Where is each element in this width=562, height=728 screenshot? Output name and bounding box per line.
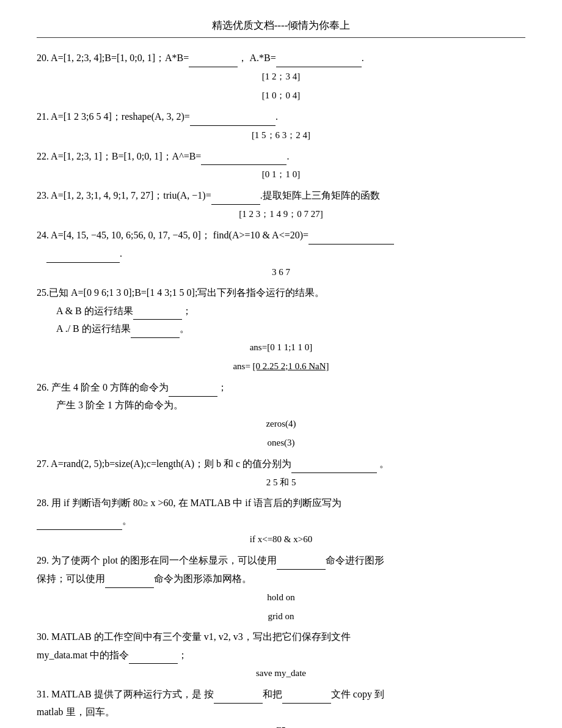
q24-blank2 <box>46 245 120 263</box>
q22-answer1: [0 1；1 0] <box>37 166 525 183</box>
question-20: 20. A=[1, 2;3, 4];B=[1, 0;0, 1]；A*B= ， A… <box>37 49 525 104</box>
page-header: 精选优质文档----倾情为你奉上 <box>37 18 525 38</box>
q28-blank1 <box>37 512 122 530</box>
question-24: 24. A=[4, 15, −45, 10, 6;56, 0, 17, −45,… <box>37 226 525 281</box>
q29-answer1: hold on <box>37 589 525 606</box>
q21-blank1 <box>190 108 276 126</box>
question-28: 28. 用 if 判断语句判断 80≥ x >60, 在 MATLAB 中 if… <box>37 495 525 548</box>
q26-answer1: zeros(4) <box>37 416 525 432</box>
header-title: 精选优质文档----倾情为你奉上 <box>212 20 351 31</box>
q25-blank1 <box>133 302 182 320</box>
q23-text: 23. A=[1, 2, 3;1, 4, 9;1, 7, 27]；triu(A,… <box>37 186 525 205</box>
q26-answer2: ones(3) <box>37 435 525 451</box>
q21-text: 21. A=[1 2 3;6 5 4]；reshape(A, 3, 2)= . <box>37 108 525 126</box>
q29-blank2 <box>105 570 154 588</box>
q29-answer2: grid on <box>37 608 525 625</box>
question-25: 25.已知 A=[0 9 6;1 3 0];B=[1 4 3;1 5 0];写出… <box>37 284 525 375</box>
q31-text: 31. MATLAB 提供了两种运行方式，是 按 和把 文件 copy 到 <box>37 685 525 704</box>
q26-sub: 产生 3 阶全 1 方阵的命令为。 <box>37 397 525 414</box>
q27-answer1: 2 5 和 5 <box>37 474 525 491</box>
q22-text: 22. A=[1, 2;3, 1]；B=[1, 0;0, 1]；A^=B= . <box>37 147 525 166</box>
q24-blank1 <box>308 226 394 245</box>
q28-text: 28. 用 if 判断语句判断 80≥ x >60, 在 MATLAB 中 if… <box>37 495 525 512</box>
q31-blank2 <box>282 685 331 704</box>
q25-sub2: A ./ B 的运行结果 。 <box>37 320 525 338</box>
q21-answer1: [1 5；6 3；2 4] <box>37 127 525 144</box>
q20-answer1: [1 2；3 4] <box>37 68 525 85</box>
question-30: 30. MATLAB 的工作空间中有三个变量 v1, v2, v3，写出把它们保… <box>37 628 525 682</box>
q22-blank1 <box>201 147 286 166</box>
q27-blank1 <box>291 455 377 473</box>
q25-sub1: A & B 的运行结果 ； <box>37 302 525 320</box>
question-21: 21. A=[1 2 3;6 5 4]；reshape(A, 3, 2)= . … <box>37 108 525 144</box>
main-content: 20. A=[1, 2;3, 4];B=[1, 0;0, 1]；A*B= ， A… <box>37 49 525 728</box>
q30-text: 30. MATLAB 的工作空间中有三个变量 v1, v2, v3，写出把它们保… <box>37 628 525 646</box>
q24-answer1: 3 6 7 <box>37 264 525 281</box>
q20-answer2: [1 0；0 4] <box>37 87 525 104</box>
q27-text: 27. A=rand(2, 5);b=size(A);c=length(A)；则… <box>37 455 525 473</box>
q29-blank1 <box>277 551 326 570</box>
q30-text2: my_data.mat 中的指令 ； <box>37 646 525 664</box>
q31-text2: matlab 里，回车。 <box>37 704 525 721</box>
q24-text: 24. A=[4, 15, −45, 10, 6;56, 0, 17, −45,… <box>37 226 525 245</box>
q30-answer1: save my_date <box>37 665 525 682</box>
q20-text: 20. A=[1, 2;3, 4];B=[1, 0;0, 1]；A*B= ， A… <box>37 49 525 67</box>
question-31: 31. MATLAB 提供了两种运行方式，是 按 和把 文件 copy 到 ma… <box>37 685 525 728</box>
q24-text2: . <box>37 245 525 263</box>
q20-blank2 <box>276 49 362 67</box>
q31-blank1 <box>214 685 263 704</box>
q23-blank1 <box>211 186 260 205</box>
q25-answer2: ans= [0 2.25 2;1 0.6 NaN] <box>37 358 525 375</box>
question-27: 27. A=rand(2, 5);b=size(A);c=length(A)；则… <box>37 455 525 491</box>
question-29: 29. 为了使两个 plot 的图形在同一个坐标显示，可以使用 命令进行图形 保… <box>37 551 525 625</box>
q28-answer1: if x<=80 & x>60 <box>37 531 525 548</box>
q25-blank2 <box>131 320 180 338</box>
q20-blank1 <box>189 49 238 67</box>
q26-text: 26. 产生 4 阶全 0 方阵的命令为 ； <box>37 378 525 397</box>
q30-blank1 <box>129 646 178 664</box>
question-22: 22. A=[1, 2;3, 1]；B=[1, 0;0, 1]；A^=B= . … <box>37 147 525 183</box>
question-23: 23. A=[1, 2, 3;1, 4, 9;1, 7, 27]；triu(A,… <box>37 186 525 222</box>
q29-text2: 保持；可以使用 命令为图形添加网格。 <box>37 570 525 588</box>
question-26: 26. 产生 4 阶全 0 方阵的命令为 ； 产生 3 阶全 1 方阵的命令为。… <box>37 378 525 451</box>
q25-text: 25.已知 A=[0 9 6;1 3 0];B=[1 4 3;1 5 0];写出… <box>37 284 525 302</box>
q25-answer1: ans=[0 1 1;1 1 0] <box>37 339 525 356</box>
q29-text: 29. 为了使两个 plot 的图形在同一个坐标显示，可以使用 命令进行图形 <box>37 551 525 570</box>
q23-answer1: [1 2 3；1 4 9；0 7 27] <box>37 206 525 222</box>
q26-blank1 <box>169 378 217 397</box>
q31-answer1: F5 <box>37 722 525 728</box>
q28-text2: 。 <box>37 512 525 530</box>
